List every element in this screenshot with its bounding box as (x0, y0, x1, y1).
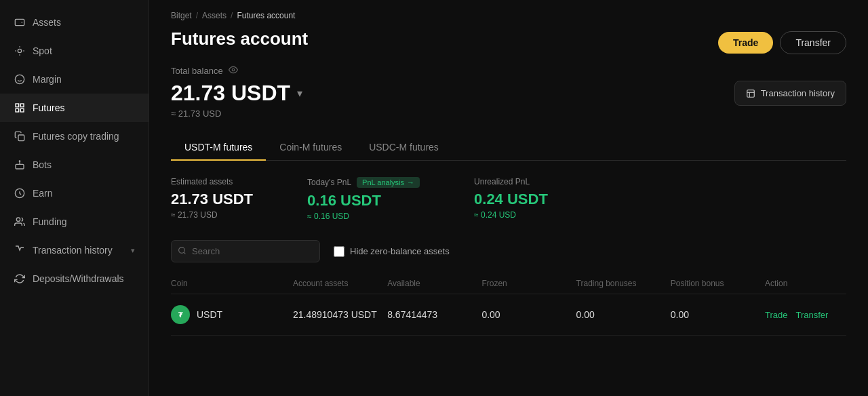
svg-point-12 (16, 218, 20, 221)
margin-icon (14, 73, 26, 85)
col-account-assets: Account assets (293, 279, 387, 288)
chevron-down-icon: ▾ (131, 246, 135, 255)
sidebar-item-bots[interactable]: Bots (0, 151, 149, 179)
account-assets-value: 21.48910473 USDT (293, 309, 387, 320)
breadcrumb-assets[interactable]: Assets (202, 11, 226, 20)
copy-icon (14, 130, 26, 142)
svg-point-17 (179, 247, 185, 253)
svg-rect-7 (20, 108, 24, 112)
main-content: Bitget / Assets / Futures account Future… (149, 0, 868, 396)
svg-rect-6 (16, 108, 19, 112)
trade-action-link[interactable]: Trade (765, 310, 787, 320)
search-wrapper (171, 240, 320, 262)
table-header: Coin Account assets Available Frozen Tra… (171, 273, 846, 294)
arrow-right-icon: → (407, 178, 414, 186)
col-available: Available (387, 279, 481, 288)
usdt-coin-icon: ₮ (171, 305, 190, 324)
svg-rect-8 (18, 135, 24, 141)
sidebar-item-assets[interactable]: Assets (0, 8, 149, 37)
coin-cell: ₮ USDT (171, 305, 293, 324)
wallet-icon (14, 16, 26, 28)
tx-history-button[interactable]: Transaction history (734, 81, 846, 106)
sidebar-item-label: Futures (33, 102, 64, 113)
col-coin: Coin (171, 279, 293, 288)
eye-icon[interactable] (229, 65, 238, 77)
sidebar-item-label: Assets (33, 17, 61, 28)
trade-button[interactable]: Trade (718, 32, 773, 54)
page-title: Futures account (171, 28, 308, 50)
futures-icon (14, 102, 26, 114)
sidebar-item-tx-history[interactable]: Transaction history ▾ (0, 236, 149, 264)
transfer-button[interactable]: Transfer (780, 31, 846, 54)
col-frozen: Frozen (481, 279, 576, 288)
unrealized-pnl-value: 0.24 USDT (474, 191, 548, 208)
stat-estimated-assets: Estimated assets 21.73 USDT ≈ 21.73 USD (171, 177, 253, 221)
sidebar: Assets Spot Margin Futures Futures copy … (0, 0, 149, 396)
sidebar-item-spot[interactable]: Spot (0, 37, 149, 65)
sidebar-item-label: Spot (33, 45, 52, 56)
svg-point-10 (19, 161, 20, 161)
balance-expand-icon[interactable]: ▾ (297, 87, 302, 100)
assets-table: Coin Account assets Available Frozen Tra… (171, 273, 846, 336)
hide-zero-balance-checkbox[interactable]: Hide zero-balance assets (334, 246, 450, 257)
balance-label: Total balance (171, 65, 846, 77)
stat-todays-pnl: Today's PnL PnL analysis → 0.16 USDT ≈ 0… (307, 177, 420, 221)
stats-row: Estimated assets 21.73 USDT ≈ 21.73 USD … (171, 177, 846, 221)
tab-coin-m[interactable]: Coin-M futures (266, 135, 355, 161)
sidebar-item-label: Margin (33, 74, 62, 85)
hide-zero-checkbox-input[interactable] (334, 246, 344, 257)
sidebar-item-label: Funding (33, 216, 67, 227)
col-action: Action (765, 279, 846, 288)
earn-icon (14, 187, 26, 199)
svg-line-18 (184, 252, 185, 254)
tab-usdc-m[interactable]: USDC-M futures (355, 135, 452, 161)
svg-rect-9 (16, 164, 24, 169)
deposits-icon (14, 273, 26, 285)
pnl-analysis-badge[interactable]: PnL analysis → (357, 177, 420, 188)
sidebar-item-futures-copy[interactable]: Futures copy trading (0, 122, 149, 151)
transfer-action-link[interactable]: Transfer (795, 310, 828, 320)
col-trading-bonuses: Trading bonuses (576, 279, 671, 288)
svg-point-1 (18, 49, 21, 52)
sidebar-item-label: Earn (33, 188, 53, 199)
history-icon (14, 244, 26, 256)
svg-rect-0 (15, 19, 24, 25)
history-btn-icon (746, 89, 755, 98)
funding-icon (14, 216, 26, 228)
sidebar-item-label: Deposits/Withdrawals (33, 273, 124, 284)
sidebar-item-futures[interactable]: Futures (0, 94, 149, 122)
sidebar-item-label: Futures copy trading (33, 131, 119, 142)
sidebar-item-label: Bots (33, 159, 52, 170)
breadcrumb-sep-2: / (231, 11, 233, 20)
todays-pnl-usd: ≈ 0.16 USD (307, 212, 420, 221)
sidebar-item-funding[interactable]: Funding (0, 207, 149, 236)
estimated-assets-value: 21.73 USDT (171, 191, 253, 208)
sidebar-item-earn[interactable]: Earn (0, 179, 149, 207)
table-row: ₮ USDT 21.48910473 USDT 8.67414473 0.00 … (171, 294, 846, 336)
sidebar-item-label: Transaction history (33, 245, 113, 256)
svg-rect-14 (747, 90, 754, 97)
breadcrumb-sep-1: / (196, 11, 198, 20)
search-icon (178, 246, 186, 257)
action-links: Trade Transfer (765, 310, 846, 320)
stat-unrealized-pnl: Unrealized PnL 0.24 USDT ≈ 0.24 USD (474, 177, 548, 221)
balance-usd: ≈ 21.73 USD (171, 108, 302, 119)
tab-usdt-m[interactable]: USDT-M futures (171, 135, 266, 161)
frozen-value: 0.00 (481, 309, 576, 320)
filter-row: Hide zero-balance assets (171, 240, 846, 262)
available-value: 8.67414473 (387, 309, 481, 320)
breadcrumb-current: Futures account (237, 11, 295, 20)
svg-rect-4 (16, 104, 19, 107)
bots-icon (14, 159, 26, 171)
unrealized-pnl-usd: ≈ 0.24 USD (474, 210, 548, 220)
search-input[interactable] (171, 240, 320, 262)
col-position-bonus: Position bonus (671, 279, 765, 288)
todays-pnl-value: 0.16 USDT (307, 192, 420, 210)
svg-point-13 (232, 68, 235, 71)
breadcrumb-bitget[interactable]: Bitget (171, 11, 192, 20)
sidebar-item-deposits[interactable]: Deposits/Withdrawals (0, 264, 149, 293)
svg-rect-5 (20, 104, 24, 107)
sidebar-item-margin[interactable]: Margin (0, 65, 149, 94)
position-bonus-value: 0.00 (671, 309, 765, 320)
breadcrumb: Bitget / Assets / Futures account (171, 11, 846, 20)
